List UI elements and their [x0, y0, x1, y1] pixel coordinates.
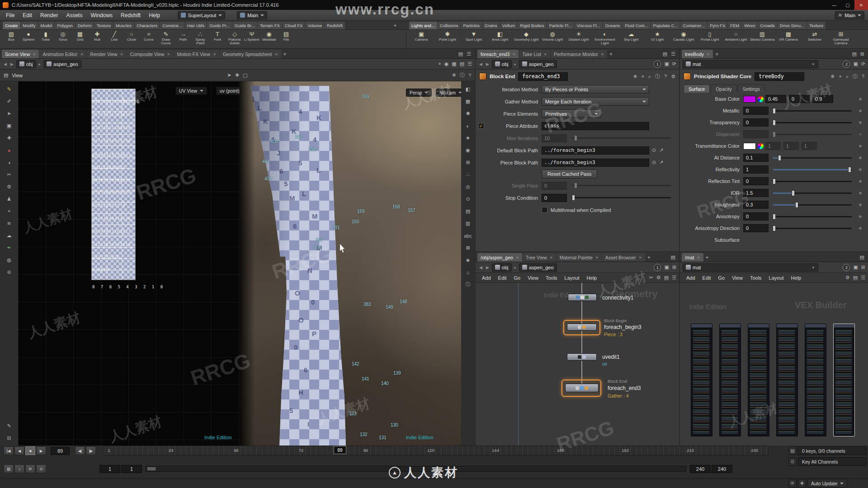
uv-view-selector[interactable]: UV View [175, 87, 207, 95]
node-select-icon[interactable]: ⊙ [652, 160, 656, 165]
base-color-b-field[interactable]: 0.9 [812, 95, 833, 103]
shelf-tool[interactable]: ▦Grid [71, 30, 89, 48]
shelf-tab[interactable]: Texture [94, 22, 113, 29]
shelf-tool[interactable]: ☀Distant Light [566, 30, 592, 48]
roughness-slider[interactable] [773, 204, 852, 206]
snapshot-icon[interactable]: ◉ [444, 61, 449, 67]
vex-builder-canvas[interactable]: Indie Edition VEX Builder [680, 283, 868, 446]
menu-item[interactable]: View [524, 275, 542, 281]
panes-icon[interactable]: ⊞ [860, 51, 864, 57]
menu-item[interactable]: Add [478, 275, 495, 281]
piece-attribute-field[interactable]: class [542, 122, 649, 130]
shelf-tool[interactable]: ▤File [278, 30, 295, 48]
pin-icon[interactable]: ⌖ [839, 73, 842, 80]
menu-item[interactable]: Add [683, 275, 699, 281]
pane-tab[interactable]: Take List✕ [519, 50, 550, 58]
pane-tab[interactable]: /mat✕ [682, 253, 703, 262]
snap-icon[interactable]: ❄ [452, 72, 456, 78]
desktop-select[interactable]: Main [237, 11, 267, 19]
pane-list-icon[interactable]: ▤ [458, 51, 463, 57]
shelf-tool[interactable]: ▯Portal Light [697, 30, 723, 48]
shelf-tab[interactable]: Hair Utils [185, 22, 207, 29]
shelf-tab[interactable]: Redshift [325, 22, 345, 29]
shelf-tab[interactable]: Viscous Fl... [575, 22, 603, 29]
shelf-tool[interactable]: ΨL-System [243, 30, 260, 48]
previous-keyframe-button[interactable]: ◀| [75, 446, 85, 455]
shelf-tool[interactable]: ◇Platonic Solids [226, 30, 243, 48]
viewport-display-icon[interactable]: ◈ [463, 256, 473, 264]
maximize-button[interactable]: ▢ [841, 0, 854, 10]
shelf-tool[interactable]: ✚Null [89, 30, 106, 48]
pane-list-icon[interactable]: ▤ [852, 51, 856, 57]
shelf-tool[interactable]: ▥Stereo Camera [749, 30, 775, 48]
viewport-tool-icon[interactable]: ☁ [4, 231, 14, 240]
key-icon[interactable]: ⊙ [788, 457, 797, 466]
keyframe-icon[interactable]: ✳ [856, 120, 864, 125]
metallic-slider[interactable] [773, 110, 852, 112]
viewport-display-icon[interactable]: ◎ [463, 183, 473, 191]
jump-to-node-icon[interactable]: ↗ [659, 160, 663, 165]
shelf-tab[interactable]: Terrain FX [258, 22, 282, 29]
shelf-tool[interactable]: ◉Metaball [260, 30, 278, 48]
anisotropy-direction-field[interactable]: 0 [743, 224, 769, 232]
shelf-tab[interactable]: Fluid Cont... [623, 22, 650, 29]
shelf-tab[interactable]: Rigid Bodies [518, 22, 546, 29]
close-tab-icon[interactable]: ✕ [595, 255, 599, 260]
viewport-tool-icon[interactable]: ≋ [4, 219, 14, 228]
close-tab-icon[interactable]: ✕ [274, 52, 278, 56]
key-all-channels-button[interactable]: Key All Channels [798, 457, 867, 466]
color-wheel-icon[interactable] [758, 143, 764, 149]
default-block-path-field[interactable]: ../foreach_begin3 [542, 146, 649, 155]
pane-link-badge[interactable]: 2 [843, 61, 850, 68]
close-tab-icon[interactable]: ✕ [213, 52, 216, 56]
viewport-tool-icon[interactable]: ● [4, 146, 14, 155]
viewport-display-icon[interactable]: ⓘ [463, 280, 473, 289]
at-distance-slider[interactable] [773, 157, 852, 159]
transparency-field[interactable]: 0 [743, 118, 769, 127]
menu-item[interactable]: Render [36, 12, 62, 19]
viewport-tool-icon[interactable]: ✂ [4, 170, 14, 179]
view-label[interactable]: View [12, 73, 23, 78]
pane-tab[interactable]: Render View✕ [87, 50, 127, 58]
lock-icon[interactable]: ▣ [664, 61, 669, 67]
menu-item[interactable]: View [728, 275, 746, 281]
move-mode-icon[interactable]: ✚ [235, 72, 239, 78]
new-pane-tab-button[interactable]: + [281, 50, 289, 58]
forward-icon[interactable]: ▶ [485, 265, 490, 270]
shelf-tab[interactable]: Vellum [500, 22, 518, 29]
panes-icon[interactable]: ⊞ [861, 264, 865, 270]
help-icon[interactable]: ? [664, 73, 667, 80]
next-keyframe-button[interactable]: |▶ [86, 446, 96, 455]
viewport-display-icon[interactable]: ★ [463, 134, 473, 142]
pane-menu-icon[interactable]: ☰ [672, 275, 676, 281]
camera-selector[interactable]: No cam [436, 89, 461, 97]
shelf-tab[interactable]: Particle Fl... [547, 22, 574, 29]
viewport-display-icon[interactable]: abc [463, 231, 473, 240]
shelf-tool[interactable]: ▣Camera [408, 30, 434, 48]
stop-button[interactable]: ■ [25, 446, 35, 455]
shelf-tab[interactable]: Characters [134, 22, 160, 29]
pane-tab[interactable]: Geometry Spreadsheet✕ [220, 50, 281, 58]
grid-icon[interactable]: ▦ [452, 61, 456, 67]
shelf-tool[interactable]: ▧Box [3, 30, 20, 48]
shelf-tab[interactable]: Cloud FX [283, 22, 305, 29]
lock-icon[interactable]: ▣ [853, 264, 858, 270]
pane-link-badge[interactable]: 1 [654, 61, 661, 68]
path-node-chip[interactable]: mat▾ [683, 60, 818, 68]
ior-field[interactable]: 1.5 [743, 189, 769, 197]
metallic-field[interactable]: 0 [743, 107, 769, 115]
pane-menu-icon[interactable]: ☰ [671, 51, 675, 57]
current-frame-field[interactable]: 89 [51, 447, 70, 455]
shelf-tool[interactable]: ◧Area Light [487, 30, 513, 48]
pane-menu-icon[interactable]: ☰ [861, 275, 865, 281]
back-icon[interactable]: ◀ [478, 62, 483, 66]
base-color-r-field[interactable]: 0.45 [765, 95, 786, 103]
shelf-tab[interactable]: Oceans [603, 22, 622, 29]
shelf-tool[interactable]: ▩VR Camera [775, 30, 802, 48]
audio-button[interactable]: ♪ [14, 465, 24, 473]
shelf-tab[interactable]: Volume [305, 22, 324, 29]
refresh-icon[interactable]: ⟳ [861, 61, 865, 67]
back-icon[interactable]: ◀ [3, 62, 8, 66]
range-start-field[interactable]: 1 [99, 465, 120, 473]
close-tab-icon[interactable]: ✕ [707, 52, 710, 56]
